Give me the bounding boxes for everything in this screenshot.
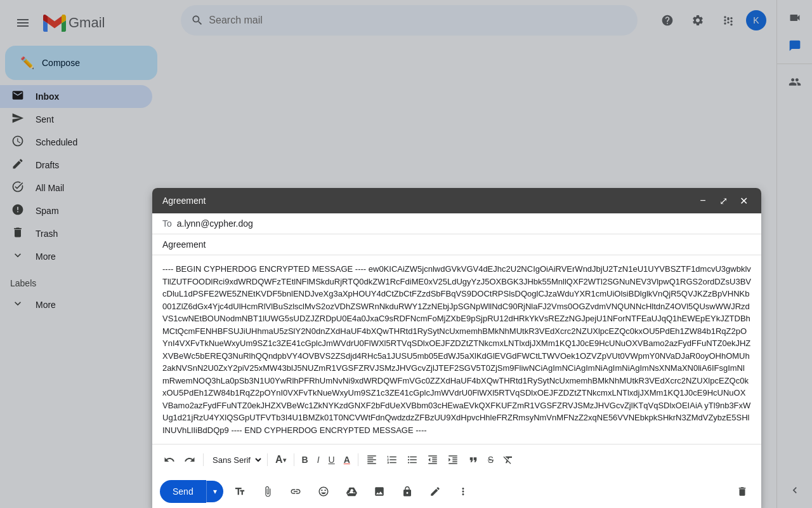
clear-format-button[interactable]	[499, 450, 518, 470]
compose-action-bar: Send ▾	[152, 475, 761, 508]
compose-title: Agreement	[162, 196, 695, 206]
compose-to-field: To a.lynn@cypher.dog	[152, 213, 761, 234]
strikethrough-button[interactable]: S	[484, 450, 497, 470]
compose-content-area[interactable]: ---- BEGIN CYPHERDOG ENCRYPTED MESSAGE -…	[152, 255, 761, 444]
send-button-group: Send ▾	[160, 480, 223, 503]
italic-button[interactable]: I	[313, 450, 324, 470]
toolbar-separator-2	[267, 453, 268, 466]
toolbar-separator-1	[203, 453, 204, 466]
send-dropdown-button[interactable]: ▾	[206, 481, 223, 502]
compose-formatting-toolbar: Sans Serif A▾ B I U A	[152, 444, 761, 475]
undo-button[interactable]	[160, 450, 179, 470]
compose-expand-button[interactable]: ⤢	[716, 193, 731, 208]
lock-button[interactable]	[396, 480, 419, 503]
attach-button[interactable]	[256, 480, 279, 503]
toolbar-separator-3	[294, 453, 294, 466]
align-button[interactable]	[362, 450, 381, 470]
link-button[interactable]	[284, 480, 307, 503]
redo-button[interactable]	[180, 450, 199, 470]
compose-subject-field: Agreement	[152, 234, 761, 255]
font-family-select[interactable]: Sans Serif	[207, 453, 263, 467]
underline-button[interactable]: U	[325, 450, 339, 470]
compose-header-actions: − ⤢ ✕	[695, 193, 751, 208]
blockquote-button[interactable]	[464, 450, 483, 470]
indent-decrease-button[interactable]	[423, 450, 442, 470]
drive-button[interactable]	[340, 480, 363, 503]
numbered-list-button[interactable]	[383, 450, 402, 470]
to-value: a.lynn@cypher.dog	[177, 218, 253, 229]
toolbar-separator-4	[358, 453, 358, 466]
bold-button[interactable]: B	[298, 450, 312, 470]
compose-minimize-button[interactable]: −	[695, 193, 710, 208]
signature-button[interactable]	[424, 480, 447, 503]
to-label: To	[162, 218, 172, 229]
compose-modal-header[interactable]: Agreement − ⤢ ✕	[152, 188, 761, 213]
compose-modal: Agreement − ⤢ ✕ To a.lynn@cypher.dog Agr…	[152, 188, 761, 508]
photo-button[interactable]	[368, 480, 391, 503]
compose-body: To a.lynn@cypher.dog Agreement ---- BEGI…	[152, 213, 761, 508]
text-format-button[interactable]	[228, 480, 251, 503]
bullet-list-button[interactable]	[403, 450, 422, 470]
more-options-button[interactable]	[452, 480, 475, 503]
font-size-button[interactable]: A▾	[272, 450, 290, 470]
subject-value: Agreement	[162, 239, 206, 250]
text-color-button[interactable]: A	[340, 450, 354, 470]
delete-draft-button[interactable]	[731, 480, 754, 503]
compose-close-button[interactable]: ✕	[736, 193, 751, 208]
indent-increase-button[interactable]	[443, 450, 462, 470]
send-button[interactable]: Send	[160, 480, 206, 503]
emoji-button[interactable]	[312, 480, 335, 503]
